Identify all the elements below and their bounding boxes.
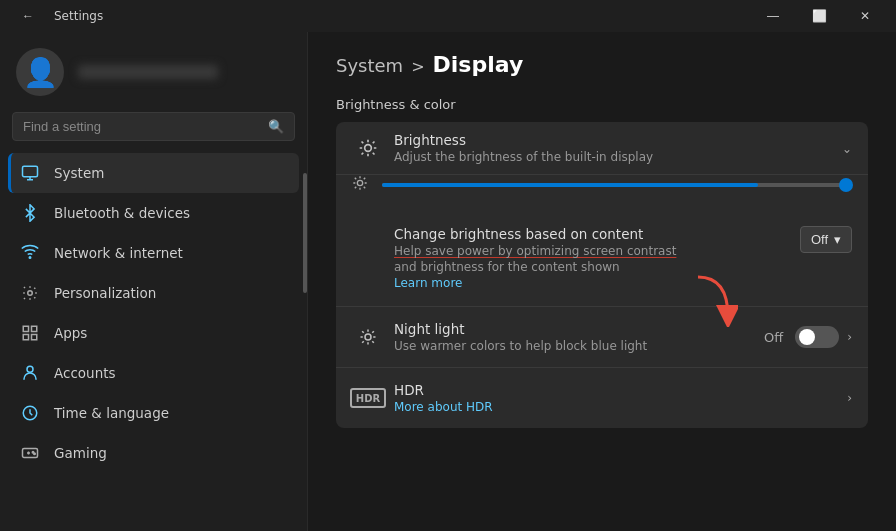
sidebar-item-time[interactable]: Time & language <box>8 393 299 433</box>
back-button[interactable]: ← <box>12 0 44 32</box>
sidebar-scroll-wrapper: System Bluetooth & devices <box>0 153 307 523</box>
search-input[interactable] <box>23 119 260 134</box>
change-brightness-desc: Help save power by optimizing screen con… <box>394 244 790 290</box>
user-section: 👤 <box>0 32 307 108</box>
avatar[interactable]: 👤 <box>16 48 64 96</box>
svg-line-39 <box>362 341 364 343</box>
night-light-control: Off › <box>764 326 852 348</box>
minimize-button[interactable]: — <box>750 0 796 32</box>
sidebar-item-network-label: Network & internet <box>54 245 183 261</box>
sidebar-item-personalization-label: Personalization <box>54 285 156 301</box>
sidebar-item-bluetooth[interactable]: Bluetooth & devices <box>8 193 299 233</box>
change-brightness-dropdown[interactable]: Off ▾ <box>800 226 852 253</box>
change-brightness-title: Change brightness based on content <box>394 226 790 242</box>
toggle-thumb <box>799 329 815 345</box>
hdr-title: HDR <box>394 382 837 398</box>
personalization-icon <box>20 283 40 303</box>
system-icon <box>20 163 40 183</box>
change-brightness-control: Off ▾ <box>800 226 852 253</box>
svg-line-27 <box>364 187 365 188</box>
content-area: System > Display Brightness & color <box>308 32 896 531</box>
page-header: System > Display <box>336 52 868 77</box>
hdr-control: › <box>847 391 852 405</box>
sidebar-item-network[interactable]: Network & internet <box>8 233 299 273</box>
user-icon: 👤 <box>23 56 58 89</box>
time-icon <box>20 403 40 423</box>
settings-card: Brightness Adjust the brightness of the … <box>336 122 868 428</box>
svg-rect-4 <box>32 326 37 331</box>
sun-dim-icon <box>352 175 368 194</box>
night-light-toggle[interactable] <box>795 326 839 348</box>
section-label: Brightness & color <box>336 97 868 112</box>
titlebar-left: ← Settings <box>12 0 103 32</box>
app-body: 👤 🔍 Sys <box>0 32 896 531</box>
sidebar-item-gaming[interactable]: Gaming <box>8 433 299 473</box>
svg-point-7 <box>27 366 33 372</box>
night-light-icon <box>352 328 384 346</box>
change-brightness-icon <box>352 226 384 228</box>
hdr-badge-icon: HDR <box>352 388 384 408</box>
bluetooth-icon <box>20 203 40 223</box>
gaming-icon <box>20 443 40 463</box>
svg-line-40 <box>372 331 374 333</box>
search-icon: 🔍 <box>268 119 284 134</box>
svg-line-31 <box>364 178 365 179</box>
svg-line-17 <box>362 142 364 144</box>
svg-rect-6 <box>32 335 37 340</box>
hdr-subtitle: More about HDR <box>394 400 837 414</box>
brightness-desc: Adjust the brightness of the built-in di… <box>394 150 832 164</box>
svg-point-32 <box>365 334 371 340</box>
search-box[interactable]: 🔍 <box>12 112 295 141</box>
page-title: Display <box>433 52 524 77</box>
app-title: Settings <box>54 9 103 23</box>
accounts-icon <box>20 363 40 383</box>
svg-line-18 <box>373 153 375 155</box>
sidebar-item-personalization[interactable]: Personalization <box>8 273 299 313</box>
svg-point-1 <box>29 257 31 259</box>
search-container: 🔍 <box>0 108 307 153</box>
change-brightness-desc-line2: and brightness for the content shown <box>394 260 790 274</box>
brightness-title: Brightness <box>394 132 832 148</box>
night-light-row: Night light Use warmer colors to help bl… <box>336 307 868 368</box>
night-light-info: Night light Use warmer colors to help bl… <box>384 321 764 353</box>
change-brightness-desc-line1: Help save power by optimizing screen con… <box>394 244 790 258</box>
brightness-chevron-up[interactable]: ⌃ <box>842 141 852 155</box>
svg-point-13 <box>34 453 36 455</box>
sidebar-item-apps[interactable]: Apps <box>8 313 299 353</box>
night-light-value: Off <box>764 330 783 345</box>
svg-line-26 <box>355 178 356 179</box>
night-light-chevron[interactable]: › <box>847 330 852 344</box>
brightness-row: Brightness Adjust the brightness of the … <box>336 122 868 175</box>
brightness-icon <box>352 138 384 158</box>
maximize-button[interactable]: ⬜ <box>796 0 842 32</box>
scrollbar[interactable] <box>303 153 307 523</box>
sidebar-item-apps-label: Apps <box>54 325 87 341</box>
brightness-slider-fill <box>382 183 758 187</box>
svg-line-35 <box>362 331 364 333</box>
svg-point-2 <box>28 291 33 296</box>
change-brightness-info: Change brightness based on content Help … <box>384 226 800 290</box>
svg-point-23 <box>357 180 362 185</box>
sidebar-item-system-label: System <box>54 165 104 181</box>
hdr-badge: HDR <box>350 388 386 408</box>
sidebar-nav: System Bluetooth & devices <box>0 153 307 473</box>
titlebar: ← Settings — ⬜ ✕ <box>0 0 896 32</box>
change-brightness-row: Change brightness based on content Help … <box>336 210 868 307</box>
svg-rect-5 <box>23 335 28 340</box>
sidebar-item-accounts[interactable]: Accounts <box>8 353 299 393</box>
hdr-chevron[interactable]: › <box>847 391 852 405</box>
sidebar-item-time-label: Time & language <box>54 405 169 421</box>
titlebar-controls: — ⬜ ✕ <box>750 0 888 32</box>
brightness-slider-track[interactable] <box>382 183 852 187</box>
breadcrumb-system: System <box>336 55 403 76</box>
close-button[interactable]: ✕ <box>842 0 888 32</box>
brightness-slider-section <box>336 175 868 210</box>
hdr-info: HDR More about HDR <box>384 382 847 414</box>
apps-icon <box>20 323 40 343</box>
sidebar-item-system[interactable]: System <box>8 153 299 193</box>
learn-more-link[interactable]: Learn more <box>394 276 790 290</box>
change-brightness-value: Off <box>811 232 828 247</box>
brightness-info: Brightness Adjust the brightness of the … <box>384 132 842 164</box>
brightness-slider-thumb[interactable] <box>839 178 853 192</box>
night-light-title: Night light <box>394 321 754 337</box>
